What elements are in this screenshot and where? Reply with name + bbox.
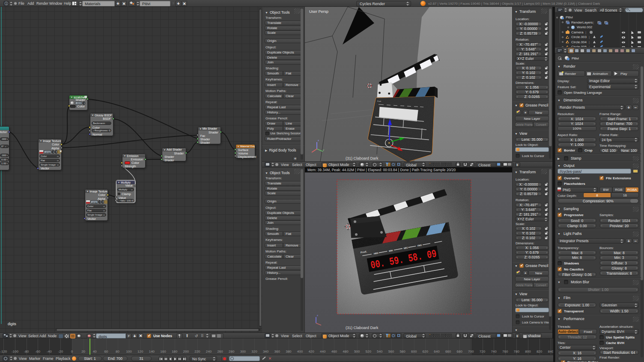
svg-text:y: y [323,148,324,151]
svg-text:(31) Claboard Dark: (31) Claboard Dark [346,156,379,160]
svg-text:(31) Claboard Dark: (31) Claboard Dark [346,326,379,330]
svg-text:Prod.: Prod. [377,100,382,102]
svg-text:z: z [317,314,318,317]
svg-text:User Persp: User Persp [309,9,328,14]
svg-text:z: z [318,139,319,142]
